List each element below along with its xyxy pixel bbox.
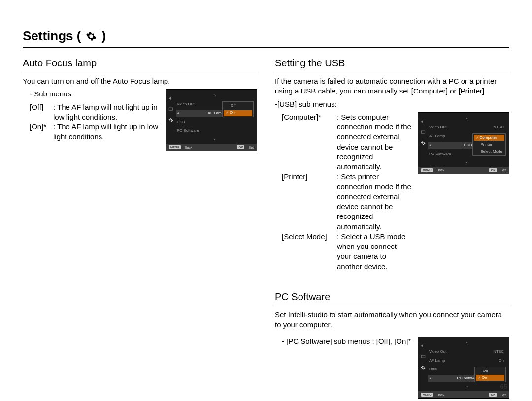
page-number: 65 [500,383,507,390]
sound-icon [420,119,426,124]
submenu-item: [On]* : The AF lamp will light up in low… [30,122,161,142]
dropdown-option: Select Mode [474,149,504,154]
menu-button-icon: MENU [169,145,181,149]
title-prefix: Settings ( [23,29,81,44]
menu-row: Video OutNTSC [428,124,506,131]
submenu-item: [Computer]* : Sets computer connection m… [282,112,413,172]
menu-row: PC Software [176,127,254,134]
camera-footer: MENU Back OK Set [418,167,509,174]
menu-row: USB [176,119,254,125]
menu-button-icon: MENU [421,393,433,397]
gear-icon [420,140,426,146]
back-label: Back [437,393,445,397]
ok-button-icon: OK [237,145,244,149]
svg-rect-1 [421,131,425,133]
sub-menus-text: - [PC Software] sub menus : [Off], [On]* [275,337,413,346]
sound-icon [168,95,174,101]
display-icon [168,106,174,112]
camera-footer: MENU Back OK Set [418,391,509,398]
option-label: [Off] [30,102,53,123]
menu-button-icon: MENU [421,168,433,172]
pc-software-section: PC Software Set Intelli-studio to start … [275,291,509,399]
sub-menus-label: - Sub menus [23,89,161,99]
option-desc: : The AF lamp will not light up in low l… [53,102,161,123]
section-heading: Setting the USB [275,58,509,71]
set-label: Set [248,146,254,149]
caret-up-icon: ⌃ [176,94,254,99]
option-desc: : Sets printer connection mode if the co… [337,172,413,232]
submenu-item: [Off] : The AF lamp will not light up in… [30,102,161,123]
intro-text: You can turn on and off the Auto Focus l… [23,76,257,86]
page-title: Settings ( ) [23,29,509,48]
sound-icon [420,343,426,349]
display-icon [420,354,426,360]
caret-down-icon: ⌄ [428,159,506,164]
caret-down-icon: ⌄ [428,384,506,388]
svg-rect-2 [421,355,425,358]
svg-rect-0 [169,108,173,110]
ok-button-icon: OK [489,168,497,172]
ok-button-icon: OK [489,393,497,397]
dropdown-menu: Off On [474,367,506,382]
caret-up-icon: ⌃ [428,342,506,346]
auto-focus-lamp-section: Auto Focus lamp You can turn on and off … [23,58,257,151]
dropdown-option: Off [224,103,252,109]
back-label: Back [437,168,445,172]
menu-row: Video OutNTSC [428,348,506,355]
dropdown-menu: Computer Printer Select Mode [472,133,506,156]
camera-screenshot-af-lamp: ⌃ Video OutNTSC ◂AF Lamp USB PC Software… [166,89,257,151]
option-desc: : Select a USB mode when you connect you… [337,232,413,272]
dropdown-option-active: Computer [474,135,504,141]
section-heading: Auto Focus lamp [23,58,257,71]
display-icon [420,129,426,135]
option-label: [Printer] [282,172,337,232]
sub-menus-label: -[USB] sub menus: [275,99,509,109]
gear-icon [420,365,426,370]
dropdown-menu: Off On [222,101,254,117]
camera-screenshot-pc-software: ⌃ Video OutNTSC AF LampOn USBComputer ◂P… [418,337,509,399]
set-label: Set [500,393,506,397]
submenu-item: [Printer] : Sets printer connection mode… [282,172,413,232]
caret-down-icon: ⌄ [176,136,254,141]
dropdown-option: Printer [474,142,504,148]
option-label: [On]* [30,122,53,142]
menu-row: AF LampOn [428,357,506,364]
option-desc: : Sets computer connection mode if the c… [337,112,413,172]
set-label: Set [500,168,506,172]
gear-icon [168,117,174,123]
gear-icon [86,31,97,42]
dropdown-option: Off [476,368,504,374]
submenu-item: [Select Mode] : Select a USB mode when y… [282,232,413,272]
camera-footer: MENU Back OK Set [166,144,257,151]
caret-up-icon: ⌃ [428,118,506,122]
back-label: Back [185,146,193,149]
intro-text: Set Intelli-studio to start automaticall… [275,310,509,330]
dropdown-option-active: On [224,110,252,116]
option-label: [Computer]* [282,112,337,172]
setting-usb-section: Setting the USB If the camera is failed … [275,58,509,272]
section-heading: PC Software [275,291,509,305]
dropdown-option-active: On [476,375,504,381]
intro-text: If the camera is failed to automatic con… [275,76,509,96]
title-suffix: ) [101,29,106,44]
option-desc: : The AF lamp will light up in low light… [53,122,161,142]
camera-screenshot-usb: ⌃ Video OutNTSC AF LampOn ◂USB PC Softwa… [418,112,509,174]
option-label: [Select Mode] [282,232,337,272]
